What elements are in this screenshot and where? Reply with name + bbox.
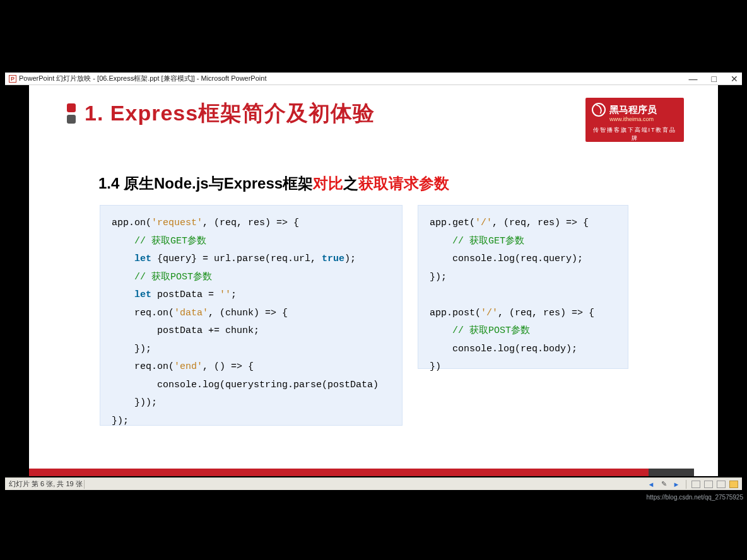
sorter-view-button[interactable] [704,481,713,488]
pen-tool-icon[interactable]: ✎ [659,480,668,489]
code-block-native-node: app.on('request', (req, res) => { // 获取G… [100,205,403,426]
footer-bar-grey [649,469,694,476]
status-right: ◄ ✎ ► [647,480,738,489]
title-marker-icon [67,103,76,124]
status-bar: 幻灯片 第 6 张, 共 19 张 ◄ ✎ ► [5,477,742,490]
code-block-express: app.get('/', (req, res) => { // 获取GET参数 … [418,205,628,369]
slide-title: 1. Express框架简介及初体验 [85,99,375,128]
watermark: https://blog.csdn.net/qq_27575925 [647,494,743,501]
brand-tagline: 传智播客旗下高端IT教育品牌 [592,126,678,143]
window-controls: — □ ✕ [689,74,738,84]
prev-slide-icon[interactable]: ◄ [647,480,656,489]
slide: 1. Express框架简介及初体验 黑马程序员 www.itheima.com… [29,85,718,476]
maximize-button[interactable]: □ [712,74,717,84]
slide-show-area[interactable]: 1. Express框架简介及初体验 黑马程序员 www.itheima.com… [5,85,742,477]
next-slide-icon[interactable]: ► [672,480,681,489]
brand-url: www.itheima.com [609,116,678,122]
slide-counter: 幻灯片 第 6 张, 共 19 张 [9,479,83,489]
footer-bar-red [29,469,649,476]
powerpoint-window: P PowerPoint 幻灯片放映 - [06.Express框架.ppt [… [5,73,742,490]
divider [686,480,686,489]
slide-subtitle: 1.4 原生Node.js与Express框架对比之获取请求参数 [98,173,449,194]
brand-logo: 黑马程序员 www.itheima.com 传智播客旗下高端IT教育品牌 [585,98,684,142]
reading-view-button[interactable] [717,481,726,488]
screen: P PowerPoint 幻灯片放映 - [06.Express框架.ppt [… [0,0,747,560]
title-bar: P PowerPoint 幻灯片放映 - [06.Express框架.ppt [… [5,73,742,85]
window-title: PowerPoint 幻灯片放映 - [06.Express框架.ppt [兼容… [19,74,266,83]
slide-header: 1. Express框架简介及初体验 [67,99,375,128]
app-icon: P [9,75,16,83]
divider [84,480,85,489]
horse-icon [592,103,606,117]
minimize-button[interactable]: — [689,74,698,84]
slideshow-view-button[interactable] [729,481,738,488]
brand-name: 黑马程序员 [609,104,657,116]
close-button[interactable]: ✕ [731,74,738,84]
normal-view-button[interactable] [691,481,700,488]
